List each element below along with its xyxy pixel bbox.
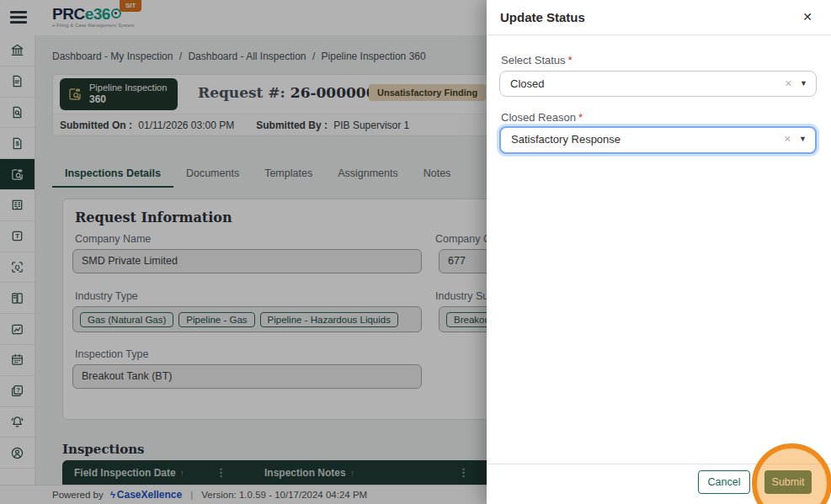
update-status-drawer: Update Status ✕ Select Status* Closed ✕ …	[487, 0, 831, 504]
drawer-title: Update Status	[500, 10, 585, 24]
chevron-down-icon[interactable]: ▼	[799, 128, 807, 151]
close-icon[interactable]: ✕	[802, 10, 812, 24]
clear-icon[interactable]: ✕	[785, 72, 792, 96]
clear-icon[interactable]: ✕	[784, 128, 791, 151]
closed-reason-value: Satisfactory Response	[511, 133, 621, 146]
submit-button[interactable]: Submit	[764, 470, 812, 494]
select-status-value: Closed	[510, 77, 544, 90]
closed-reason-dropdown[interactable]: Satisfactory Response ✕ ▼	[499, 126, 817, 154]
app-window: PRCe36 e-Filing & Case Management System…	[0, 0, 831, 504]
divider	[487, 34, 831, 35]
required-asterisk: *	[578, 111, 583, 124]
select-status-dropdown[interactable]: Closed ✕ ▼	[499, 71, 817, 97]
cancel-button[interactable]: Cancel	[698, 470, 750, 494]
divider	[487, 464, 831, 464]
chevron-down-icon[interactable]: ▼	[800, 72, 807, 96]
closed-reason-label: Closed Reason*	[501, 111, 583, 124]
select-status-label: Select Status*	[501, 54, 573, 66]
required-asterisk: *	[568, 54, 573, 66]
